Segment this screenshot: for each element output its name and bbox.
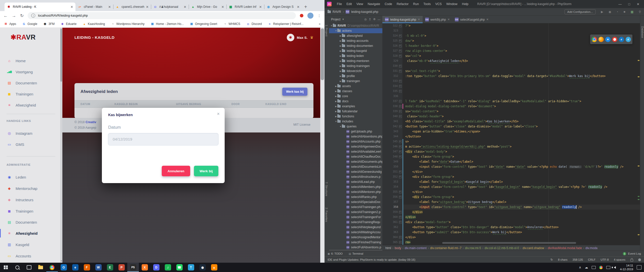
tool-stripe-structure[interactable]: 7: Structure — [325, 182, 328, 196]
settings-gear-icon[interactable]: ⚙ — [373, 18, 376, 21]
pinned-app-word[interactable]: W — [93, 263, 104, 272]
add-configuration-button[interactable]: Add Configuration... — [565, 9, 596, 14]
browser-tab[interactable]: ▲cpanel1.cheeseh✕ — [113, 3, 151, 11]
fold-icon[interactable] — [399, 40, 402, 42]
nav-crumb-file[interactable]: leiding-kasgeld.php — [351, 10, 378, 14]
fold-icon[interactable] — [399, 80, 402, 83]
tree-row[interactable]: ▼RAVRD:\xampp\htdocs\RAVR — [329, 23, 382, 28]
code-line[interactable]: 340 class="modal-header"> — [382, 114, 640, 119]
code-line[interactable]: 350 <input class="form-control" type="te… — [382, 164, 640, 169]
browser-tab[interactable]: cPcPanel - Main✕ — [75, 3, 113, 11]
breadcrumb-item[interactable]: div.col-xl-12.mb-5.mb-xl-0 — [485, 246, 519, 250]
caret-position[interactable]: 358:135 — [573, 258, 583, 261]
back-icon[interactable]: ← — [4, 14, 8, 18]
chrome-tray-icon[interactable] — [599, 266, 603, 269]
code-line[interactable]: 356 <div class="form-group"> — [382, 194, 640, 199]
fold-icon[interactable] — [399, 236, 402, 239]
tree-row[interactable]: ▶lidoverzicht — [329, 69, 382, 74]
werk-bij-button[interactable]: Werk bij — [194, 166, 218, 176]
tab-close-icon[interactable]: ✕ — [448, 18, 450, 21]
display-icon[interactable] — [592, 266, 596, 269]
breadcrumb-item[interactable]: body — [395, 246, 401, 250]
breadcrumb-item[interactable]: div.moda — [585, 246, 597, 250]
chrome-icon[interactable] — [592, 37, 597, 42]
fold-icon[interactable] — [399, 125, 402, 128]
tree-row[interactable]: ▶profile — [329, 74, 382, 79]
breadcrumb-item[interactable]: div.container-fluid.mt--7 — [430, 246, 462, 250]
tree-row[interactable]: ▶fullcalendar — [329, 109, 382, 114]
menu-navigate[interactable]: Navigate — [366, 2, 382, 6]
stop-icon[interactable]: ■ — [624, 10, 625, 14]
code-line[interactable]: 323 — [382, 28, 640, 33]
sidebar-item-admin-intructeurs[interactable]: ◆Intructeurs — [0, 195, 62, 205]
code-line[interactable]: 328ss="col"> — [382, 53, 640, 58]
tab-close-icon[interactable]: ✕ — [486, 18, 489, 21]
fold-icon[interactable] — [399, 90, 402, 93]
tree-row[interactable]: PHPselectAllAccounts.php — [329, 139, 382, 144]
locate-file-icon[interactable]: ◎ — [364, 18, 367, 21]
tree-row[interactable]: ▶leiding-documenten — [329, 43, 382, 48]
browser-tab[interactable]: ▲Mijn Drive - Go✕ — [189, 3, 226, 11]
code-line[interactable]: 342<button type="button" class="close" d… — [382, 124, 640, 129]
profiler-icon[interactable]: ◔ — [616, 10, 618, 14]
tree-row[interactable]: ▶trainingen — [329, 79, 382, 84]
code-line[interactable]: 333 — [382, 79, 640, 84]
bookmark-item[interactable]: GGoogle — [22, 22, 37, 26]
menu-run[interactable]: Run — [411, 2, 421, 6]
device-preview-icon[interactable]: ▦ — [631, 10, 633, 14]
tree-row[interactable]: ▶functions — [329, 114, 382, 119]
code-line[interactable]: 346m action="actions/leiding-kasgeld/wer… — [382, 144, 640, 149]
tree-row[interactable]: ▶leiding-mentoren — [329, 58, 382, 63]
fold-icon[interactable] — [399, 171, 402, 173]
sidebar-item-admin-mentorschap[interactable]: ◆Mentorschap — [0, 184, 62, 193]
code-line[interactable]: 332:ton type="button" class="btn btn-pri… — [382, 74, 640, 79]
breadcrumb-item[interactable]: div.card.shadow — [522, 246, 544, 250]
browser-tab[interactable]: ◉Argon Design S✕ — [264, 3, 302, 11]
menu-window[interactable]: Window — [444, 2, 460, 6]
datum-input[interactable]: 04/12/2019 — [108, 133, 219, 146]
code-line[interactable]: 343 <span aria-hidden="true">&times;</sp… — [382, 129, 640, 134]
footer-license[interactable]: MIT License — [293, 123, 310, 126]
pinned-app-edge[interactable]: e — [69, 263, 81, 272]
ravr-logo[interactable]: ✱RAVR — [11, 33, 36, 41]
tree-row[interactable]: PHPselectAllChauffeurDoc — [329, 154, 382, 159]
bookmark-item[interactable]: ◉3FM — [43, 22, 55, 26]
tree-row[interactable]: PHPgetUploads.php — [329, 129, 382, 134]
tree-row[interactable]: PHPselectAllRanks.php — [329, 194, 382, 199]
tab-close-icon[interactable]: ✕ — [297, 5, 300, 9]
url-bar[interactable]: i localhost/RAVR/leiding-kasgeld.php — [28, 12, 296, 19]
tree-row[interactable]: PHPselectAllDocumentsLin — [329, 164, 382, 169]
bookmark-item[interactable]: ⊞Apps — [4, 22, 16, 26]
sidebar-item-admin-afwezigheid[interactable]: ≡Afwezigheid — [0, 228, 62, 238]
tree-row[interactable]: PHPselectFullAbsentions.p — [329, 245, 382, 250]
fold-icon[interactable] — [399, 45, 402, 47]
fold-icon[interactable] — [399, 216, 402, 219]
tree-row[interactable]: PHPselectAllDocuments.php — [329, 159, 382, 164]
pinned-app-discord[interactable]: D — [150, 263, 162, 272]
fold-icon[interactable] — [399, 50, 402, 52]
action-center-icon[interactable] — [637, 265, 641, 269]
code-line[interactable]: 357 <label for="uitgave_bedrag">Uitgave … — [382, 199, 640, 205]
clock[interactable]: 14:114-12-2019 — [620, 264, 633, 271]
code-line[interactable]: 363 <button type="submit" class="btn btn… — [382, 230, 640, 235]
code-line[interactable]: 327row align-items-center"> — [382, 48, 640, 53]
display2-icon[interactable] — [606, 266, 610, 269]
sidebar-item-trainingen[interactable]: ◼Trainingen — [0, 89, 62, 99]
fold-icon[interactable] — [399, 115, 402, 118]
breadcrumb-item[interactable]: div#kasModal.modal.fade — [548, 246, 582, 250]
tool-stripe-database[interactable]: Database — [641, 26, 644, 38]
code-line[interactable]: 345v> — [382, 139, 640, 144]
tree-row[interactable]: PHPselectAllMembers.php — [329, 184, 382, 189]
pinned-app-spotify[interactable]: ♫ — [162, 263, 174, 272]
tree-row[interactable]: ▶leiding-kasgeld — [329, 48, 382, 53]
code-line[interactable]: 3227"> — [382, 23, 640, 28]
profile-avatar[interactable] — [307, 13, 313, 19]
extension-icon[interactable] — [300, 14, 303, 17]
tree-row[interactable]: PHPselectAllTrainingenFor — [329, 215, 382, 220]
speaker-icon[interactable] — [614, 266, 616, 269]
tree-row[interactable]: ▶examples — [329, 104, 382, 109]
footer-link[interactable]: Creativ — [86, 120, 96, 124]
tool-stripe-project[interactable]: 1: Project — [325, 25, 328, 36]
sidebar-item-afwezigheid[interactable]: ≡Afwezigheid — [0, 100, 62, 110]
tab-close-icon[interactable]: ✕ — [418, 18, 420, 21]
